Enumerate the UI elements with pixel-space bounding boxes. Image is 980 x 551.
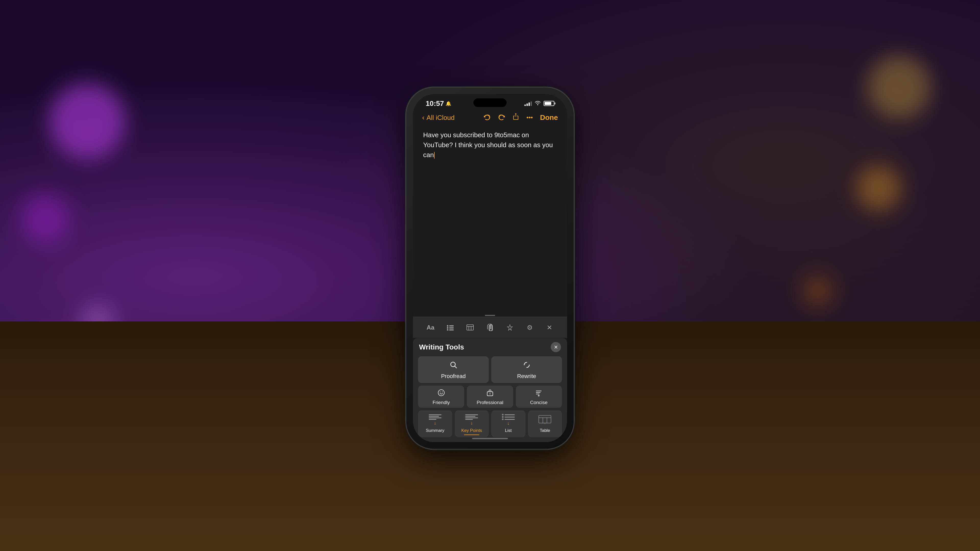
format-tools-row: ↓ Summary — [418, 410, 562, 437]
status-time: 10:57 🔔 — [426, 100, 451, 108]
panel-close-button[interactable]: ✕ — [551, 342, 561, 352]
svg-rect-1 — [449, 326, 454, 327]
panel-title: Writing Tools — [419, 343, 464, 351]
battery-fill — [545, 102, 551, 105]
friendly-button[interactable]: Friendly — [418, 386, 464, 408]
svg-rect-6 — [467, 325, 473, 330]
concise-icon — [535, 389, 542, 398]
drag-handle — [485, 315, 495, 316]
proofread-label: Proofread — [441, 373, 466, 380]
signal-bar-2 — [527, 103, 528, 106]
note-content: Have you subscribed to 9to5mac on YouTub… — [423, 131, 553, 159]
svg-point-13 — [440, 392, 441, 392]
attach-button[interactable] — [484, 321, 496, 334]
proofread-button[interactable]: Proofread — [418, 356, 489, 383]
status-right — [525, 100, 554, 106]
back-label: All iCloud — [426, 114, 455, 121]
concise-label: Concise — [530, 400, 548, 405]
star-button[interactable] — [504, 321, 516, 334]
table-icon: ↓ — [536, 413, 554, 427]
toolbar-close-button[interactable]: ✕ — [543, 321, 556, 334]
tone-tools-row: Friendly Profession — [418, 386, 562, 408]
key-points-icon: ↓ — [463, 413, 480, 427]
signal-bar-1 — [525, 105, 526, 106]
panel-header: Writing Tools ✕ — [418, 342, 562, 352]
table-button[interactable]: ↓ Table — [528, 410, 562, 437]
text-cursor — [434, 152, 434, 159]
nav-actions: ••• Done — [484, 113, 558, 122]
svg-point-4 — [447, 329, 449, 330]
note-text: Have you subscribed to 9to5mac on YouTub… — [423, 130, 557, 160]
friendly-icon — [438, 389, 445, 398]
bokeh-1 — [49, 83, 126, 159]
undo-icon[interactable] — [484, 113, 491, 122]
professional-icon — [487, 389, 493, 398]
phone-screen: 10:57 🔔 — [413, 94, 567, 442]
home-indicator — [472, 438, 508, 439]
svg-rect-3 — [449, 327, 454, 329]
list-label: List — [505, 428, 512, 433]
signal-icon — [525, 101, 532, 106]
summary-label: Summary — [426, 428, 444, 433]
rewrite-button[interactable]: Rewrite — [491, 356, 562, 383]
share-icon[interactable] — [512, 113, 519, 122]
rewrite-icon — [523, 361, 531, 371]
redo-icon[interactable] — [498, 113, 505, 122]
bokeh-4 — [867, 55, 931, 119]
key-points-label: Key Points — [461, 428, 482, 433]
bokeh-5 — [856, 165, 902, 211]
summary-button[interactable]: ↓ Summary — [418, 410, 452, 437]
tools-grid: Proofread — [418, 356, 562, 437]
battery-icon — [544, 101, 554, 106]
svg-point-2 — [447, 327, 449, 329]
friendly-label: Friendly — [433, 400, 450, 405]
screen-content: 10:57 🔔 — [413, 94, 567, 442]
bell-icon: 🔔 — [445, 101, 451, 106]
rewrite-label: Rewrite — [517, 373, 536, 380]
svg-line-11 — [455, 366, 457, 368]
professional-label: Professional — [477, 400, 504, 405]
active-indicator — [464, 435, 479, 435]
writing-tools-panel: Writing Tools ✕ — [413, 338, 567, 442]
table-label: Table — [540, 428, 550, 433]
phone-body: 10:57 🔔 — [406, 87, 574, 449]
time-display: 10:57 — [426, 100, 444, 108]
wifi-icon — [535, 100, 541, 106]
summary-icon: ↓ — [426, 413, 444, 427]
dynamic-island — [473, 98, 507, 107]
phone: 10:57 🔔 — [406, 87, 574, 449]
list-format-button[interactable] — [444, 321, 457, 334]
list-icon: ↓ — [500, 413, 517, 427]
main-tools-row: Proofread — [418, 356, 562, 383]
back-arrow-icon: ‹ — [422, 114, 425, 122]
bokeh-6 — [802, 275, 833, 306]
svg-text:↓: ↓ — [544, 421, 546, 424]
list-button[interactable]: ↓ List — [491, 410, 525, 437]
format-toolbar: Aa — [413, 317, 567, 338]
concise-button[interactable]: Concise — [516, 386, 562, 408]
nav-bar: ‹ All iCloud — [413, 110, 567, 125]
svg-point-0 — [447, 325, 449, 327]
svg-point-14 — [442, 392, 442, 392]
font-button[interactable]: Aa — [424, 321, 437, 334]
nav-back[interactable]: ‹ All iCloud — [422, 114, 455, 122]
professional-button[interactable]: Professional — [467, 386, 513, 408]
table-format-button[interactable] — [464, 321, 476, 334]
signal-bar-4 — [531, 102, 532, 106]
svg-point-12 — [438, 390, 444, 396]
bokeh-2 — [20, 193, 71, 244]
proofread-icon — [449, 361, 458, 371]
signal-bar-3 — [528, 103, 530, 106]
note-area[interactable]: Have you subscribed to 9to5mac on YouTub… — [413, 125, 567, 317]
key-points-button[interactable]: ↓ Key Points — [455, 410, 489, 437]
done-button[interactable]: Done — [540, 114, 558, 122]
settings-button[interactable]: ⚙ — [523, 321, 536, 334]
svg-rect-5 — [449, 330, 454, 330]
more-icon[interactable]: ••• — [527, 114, 533, 121]
